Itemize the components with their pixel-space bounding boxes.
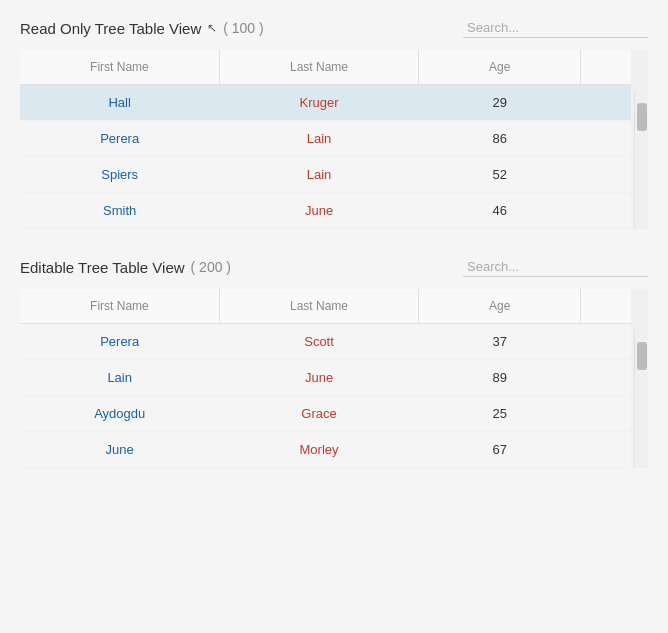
editable-col-lastname: Last Name [219,289,418,324]
cursor-icon: ↖ [207,21,217,35]
table-row[interactable]: SpiersLain52 [20,157,648,193]
cell-age: 25 [419,396,581,432]
cell-age: 29 [419,85,581,121]
cell-lastname: Grace [219,396,418,432]
cell-age: 86 [419,121,581,157]
table-row[interactable]: SmithJune46 [20,193,648,229]
readonly-col-lastname: Last Name [219,50,418,85]
editable-count: ( 200 ) [191,259,231,275]
cell-firstname: Perera [20,324,219,360]
editable-table-container: First Name Last Name Age PereraScott37La… [20,289,648,468]
cell-age: 67 [419,432,581,468]
readonly-col-actions [581,50,631,85]
cell-lastname: Lain [219,121,418,157]
cell-age: 89 [419,360,581,396]
cell-firstname: Aydogdu [20,396,219,432]
editable-section: Editable Tree Table View ( 200 ) First N… [0,239,668,478]
cell-actions [581,85,631,121]
cell-firstname: Perera [20,121,219,157]
cell-lastname: June [219,360,418,396]
readonly-table: First Name Last Name Age HallKruger29Per… [20,50,648,229]
cell-age: 37 [419,324,581,360]
readonly-section: Read Only Tree Table View ↖ ( 100 ) Firs… [0,0,668,239]
editable-scrollbar[interactable] [634,330,648,468]
cell-age: 52 [419,157,581,193]
editable-header-row: First Name Last Name Age [20,289,648,324]
cell-lastname: Morley [219,432,418,468]
editable-title: Editable Tree Table View [20,259,185,276]
readonly-table-container: First Name Last Name Age HallKruger29Per… [20,50,648,229]
cell-lastname: June [219,193,418,229]
editable-col-age: Age [419,289,581,324]
readonly-header-row: First Name Last Name Age [20,50,648,85]
cell-actions [581,396,631,432]
readonly-col-age: Age [419,50,581,85]
readonly-header: Read Only Tree Table View ↖ ( 100 ) [20,18,648,38]
readonly-title-group: Read Only Tree Table View ↖ ( 100 ) [20,20,264,37]
readonly-scrollbar-thumb [637,103,647,131]
editable-scrollbar-thumb [637,342,647,370]
readonly-scrollbar[interactable] [634,91,648,229]
readonly-scrollbar-header [631,50,648,85]
cell-actions [581,157,631,193]
table-row[interactable]: AydogduGrace25 [20,396,648,432]
editable-scrollbar-header [631,289,648,324]
readonly-col-firstname: First Name [20,50,219,85]
cell-actions [581,360,631,396]
cell-firstname: Smith [20,193,219,229]
table-row[interactable]: LainJune89 [20,360,648,396]
cell-actions [581,432,631,468]
cell-actions [581,121,631,157]
table-row[interactable]: PereraScott37 [20,324,648,360]
table-row[interactable]: PereraLain86 [20,121,648,157]
cell-firstname: Lain [20,360,219,396]
readonly-count: ( 100 ) [223,20,263,36]
editable-col-actions [581,289,631,324]
cell-firstname: Hall [20,85,219,121]
editable-header: Editable Tree Table View ( 200 ) [20,257,648,277]
editable-table: First Name Last Name Age PereraScott37La… [20,289,648,468]
cell-lastname: Kruger [219,85,418,121]
table-row[interactable]: HallKruger29 [20,85,648,121]
cell-lastname: Lain [219,157,418,193]
cell-age: 46 [419,193,581,229]
cell-actions [581,324,631,360]
cell-actions [581,193,631,229]
table-row[interactable]: JuneMorley67 [20,432,648,468]
cell-firstname: June [20,432,219,468]
editable-col-firstname: First Name [20,289,219,324]
editable-search-input[interactable] [463,257,648,277]
editable-title-group: Editable Tree Table View ( 200 ) [20,259,231,276]
readonly-search-input[interactable] [463,18,648,38]
cell-lastname: Scott [219,324,418,360]
readonly-title: Read Only Tree Table View [20,20,201,37]
cell-firstname: Spiers [20,157,219,193]
